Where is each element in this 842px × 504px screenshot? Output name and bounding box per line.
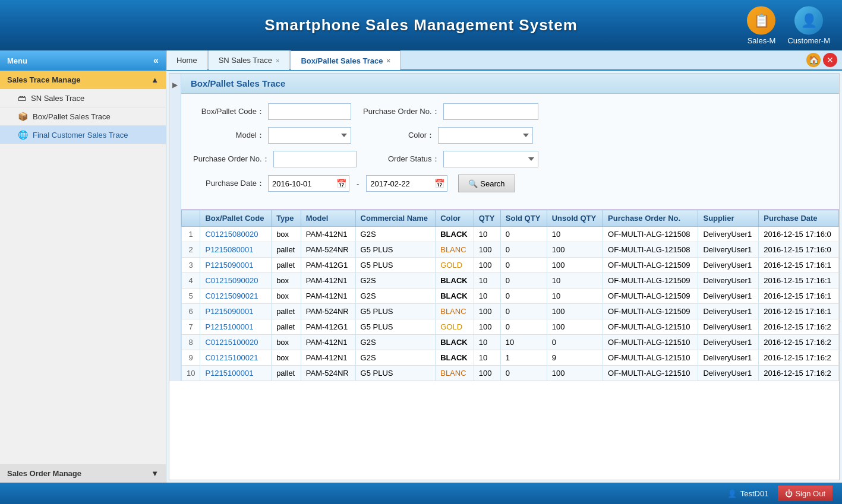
sidebar-collapse-icon[interactable]: «	[153, 55, 159, 66]
date-from-input[interactable]	[269, 177, 334, 191]
cell-no: 6	[182, 304, 200, 319]
tabs-bar: Home SN Sales Trace × Box/Pallet Sales T…	[166, 50, 842, 71]
cell-supplier: DeliveryUser1	[698, 335, 759, 350]
table-row[interactable]: 8 C01215100020 box PAM-412N1 G2S BLACK 1…	[182, 335, 839, 350]
search-button[interactable]: 🔍 Search	[458, 175, 515, 192]
sidebar-bottom-label: Sales Order Manage	[7, 469, 81, 478]
collapse-panel[interactable]: ▶	[169, 74, 181, 381]
purchase-order-no-label: Purchase Order No.：	[363, 106, 440, 117]
cell-code[interactable]: P1215080001	[200, 242, 272, 258]
date-from-calendar-icon[interactable]: 📅	[334, 179, 349, 188]
tab-home[interactable]: Home	[166, 50, 207, 70]
cell-supplier: DeliveryUser1	[698, 227, 759, 242]
cell-po-no: OF-MULTI-ALG-121508	[603, 227, 698, 242]
sn-sales-icon: 🗃	[18, 93, 26, 103]
cell-code[interactable]: P1215100001	[200, 366, 272, 381]
table-row[interactable]: 4 C01215090020 box PAM-412N1 G2S BLACK 1…	[182, 273, 839, 289]
cell-type: pallet	[272, 319, 301, 335]
box-pallet-code-label: Box/Pallet Code：	[193, 106, 264, 117]
cell-code[interactable]: C01215080020	[200, 227, 272, 242]
box-pallet-icon: 📦	[18, 112, 28, 121]
col-color: Color	[436, 210, 474, 227]
page-content: ▶ Box/Pallet Sales Trace Box/Pallet Code…	[169, 73, 840, 480]
cell-model: PAM-524NR	[301, 366, 355, 381]
sales-m-button[interactable]: 📋 Sales-M	[747, 6, 775, 45]
sign-out-button[interactable]: ⏻ Sign Out	[778, 486, 832, 501]
date-to-input[interactable]	[367, 177, 432, 191]
cell-type: pallet	[272, 242, 301, 258]
cell-code[interactable]: P1215100001	[200, 319, 272, 335]
cell-color: BLACK	[436, 350, 474, 366]
order-status-select[interactable]	[443, 151, 538, 167]
tab-sn-sales[interactable]: SN Sales Trace ×	[209, 50, 290, 70]
color-select[interactable]	[438, 127, 533, 144]
table-row[interactable]: 2 P1215080001 pallet PAM-524NR G5 PLUS B…	[182, 242, 839, 258]
cell-color: BLACK	[436, 289, 474, 304]
cell-model: PAM-412N1	[301, 289, 355, 304]
cell-code[interactable]: P1215090001	[200, 304, 272, 319]
cell-qty: 10	[474, 289, 500, 304]
cell-code[interactable]: C01215100021	[200, 350, 272, 366]
cell-supplier: DeliveryUser1	[698, 273, 759, 289]
cell-unsold-qty: 9	[547, 350, 603, 366]
cell-supplier: DeliveryUser1	[698, 319, 759, 335]
cell-supplier: DeliveryUser1	[698, 242, 759, 258]
main-layout: Menu « Sales Trace Manage ▲ 🗃 SN Sales T…	[0, 50, 842, 483]
tab-box-pallet-close-icon[interactable]: ×	[386, 57, 390, 64]
cell-type: box	[272, 273, 301, 289]
sidebar-section-sales-trace[interactable]: Sales Trace Manage ▲	[0, 71, 166, 89]
purchase-order-no2-field: Purchase Order No.：	[193, 151, 357, 167]
cell-type: pallet	[272, 258, 301, 273]
close-action-button[interactable]: ✕	[823, 53, 837, 67]
cell-po-no: OF-MULTI-ALG-121510	[603, 319, 698, 335]
box-pallet-code-input[interactable]	[268, 103, 351, 120]
table-row[interactable]: 7 P1215100001 pallet PAM-412G1 G5 PLUS G…	[182, 319, 839, 335]
box-pallet-code-field: Box/Pallet Code：	[193, 103, 351, 120]
sidebar-item-sn-sales[interactable]: 🗃 SN Sales Trace	[0, 89, 166, 107]
cell-type: box	[272, 335, 301, 350]
cell-unsold-qty: 10	[547, 273, 603, 289]
table-row[interactable]: 5 C01215090021 box PAM-412N1 G2S BLACK 1…	[182, 289, 839, 304]
table-row[interactable]: 3 P1215090001 pallet PAM-412G1 G5 PLUS G…	[182, 258, 839, 273]
cell-code[interactable]: C01215090021	[200, 289, 272, 304]
cell-color: BLACK	[436, 335, 474, 350]
data-table: Box/Pallet Code Type Model Commercial Na…	[181, 210, 839, 381]
table-row[interactable]: 10 P1215100001 pallet PAM-524NR G5 PLUS …	[182, 366, 839, 381]
form-row-1: Box/Pallet Code： Purchase Order No.：	[193, 103, 827, 120]
cell-no: 4	[182, 273, 200, 289]
cell-po-no: OF-MULTI-ALG-121508	[603, 242, 698, 258]
table-row[interactable]: 6 P1215090001 pallet PAM-524NR G5 PLUS B…	[182, 304, 839, 319]
cell-type: box	[272, 289, 301, 304]
table-row[interactable]: 1 C01215080020 box PAM-412N1 G2S BLACK 1…	[182, 227, 839, 242]
footer: 👤 TestD01 ⏻ Sign Out	[0, 483, 842, 504]
sidebar-item-final-customer[interactable]: 🌐 Final Customer Sales Trace	[0, 126, 166, 144]
cell-po-no: OF-MULTI-ALG-121509	[603, 304, 698, 319]
cell-commercial: G2S	[355, 335, 436, 350]
tabs-actions: 🏠 ✕	[806, 53, 842, 67]
cell-commercial: G2S	[355, 273, 436, 289]
date-to-calendar-icon[interactable]: 📅	[432, 179, 447, 188]
cell-commercial: G5 PLUS	[355, 304, 436, 319]
customer-m-button[interactable]: 👤 Customer-M	[787, 6, 830, 45]
cell-code[interactable]: P1215090001	[200, 258, 272, 273]
cell-no: 5	[182, 289, 200, 304]
purchase-order-no-input[interactable]	[443, 103, 538, 120]
sidebar-item-sn-sales-label: SN Sales Trace	[31, 94, 84, 103]
sales-label: Sales-M	[748, 36, 776, 45]
cell-code[interactable]: C01215100020	[200, 335, 272, 350]
cell-color: BLACK	[436, 227, 474, 242]
cell-purchase-date: 2016-12-15 17:16:0	[759, 242, 839, 258]
table-row[interactable]: 9 C01215100021 box PAM-412N1 G2S BLACK 1…	[182, 350, 839, 366]
cell-code[interactable]: C01215090020	[200, 273, 272, 289]
tab-sn-sales-close-icon[interactable]: ×	[276, 57, 279, 64]
cell-unsold-qty: 100	[547, 304, 603, 319]
sidebar-section-sales-order[interactable]: Sales Order Manage ▼	[0, 464, 166, 483]
sidebar-item-box-pallet[interactable]: 📦 Box/Pallet Sales Trace	[0, 107, 166, 126]
model-select[interactable]	[268, 127, 351, 144]
tab-home-label: Home	[176, 56, 197, 65]
purchase-order-no-field: Purchase Order No.：	[363, 103, 538, 120]
home-action-button[interactable]: 🏠	[806, 53, 821, 67]
tab-sn-sales-label: SN Sales Trace	[219, 56, 272, 65]
purchase-order-no2-input[interactable]	[273, 151, 357, 167]
tab-box-pallet[interactable]: Box/Pallet Sales Trace ×	[291, 50, 400, 70]
